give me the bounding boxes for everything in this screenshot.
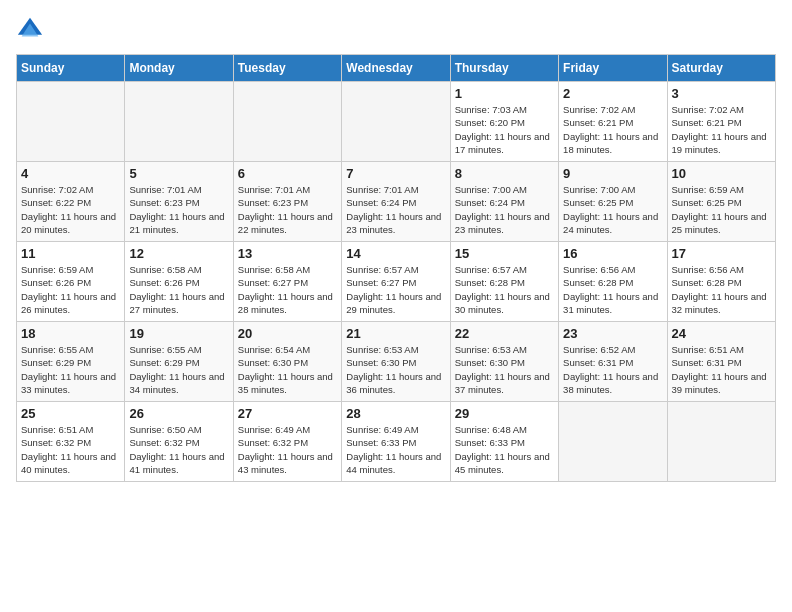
- day-info: Sunrise: 6:49 AM Sunset: 6:33 PM Dayligh…: [346, 423, 445, 476]
- calendar-cell: 10Sunrise: 6:59 AM Sunset: 6:25 PM Dayli…: [667, 162, 775, 242]
- calendar-cell: 16Sunrise: 6:56 AM Sunset: 6:28 PM Dayli…: [559, 242, 667, 322]
- day-number: 28: [346, 406, 445, 421]
- calendar-cell: 17Sunrise: 6:56 AM Sunset: 6:28 PM Dayli…: [667, 242, 775, 322]
- day-number: 24: [672, 326, 771, 341]
- day-info: Sunrise: 6:56 AM Sunset: 6:28 PM Dayligh…: [563, 263, 662, 316]
- day-info: Sunrise: 6:58 AM Sunset: 6:26 PM Dayligh…: [129, 263, 228, 316]
- calendar-cell: 9Sunrise: 7:00 AM Sunset: 6:25 PM Daylig…: [559, 162, 667, 242]
- day-info: Sunrise: 6:56 AM Sunset: 6:28 PM Dayligh…: [672, 263, 771, 316]
- calendar-cell: 3Sunrise: 7:02 AM Sunset: 6:21 PM Daylig…: [667, 82, 775, 162]
- weekday-header: Thursday: [450, 55, 558, 82]
- weekday-header: Friday: [559, 55, 667, 82]
- calendar-cell: 28Sunrise: 6:49 AM Sunset: 6:33 PM Dayli…: [342, 402, 450, 482]
- calendar-cell: 2Sunrise: 7:02 AM Sunset: 6:21 PM Daylig…: [559, 82, 667, 162]
- day-info: Sunrise: 6:57 AM Sunset: 6:27 PM Dayligh…: [346, 263, 445, 316]
- calendar-cell: 19Sunrise: 6:55 AM Sunset: 6:29 PM Dayli…: [125, 322, 233, 402]
- calendar-cell: 29Sunrise: 6:48 AM Sunset: 6:33 PM Dayli…: [450, 402, 558, 482]
- day-info: Sunrise: 7:02 AM Sunset: 6:21 PM Dayligh…: [672, 103, 771, 156]
- day-number: 17: [672, 246, 771, 261]
- day-number: 10: [672, 166, 771, 181]
- day-info: Sunrise: 6:51 AM Sunset: 6:32 PM Dayligh…: [21, 423, 120, 476]
- day-number: 18: [21, 326, 120, 341]
- day-info: Sunrise: 7:00 AM Sunset: 6:24 PM Dayligh…: [455, 183, 554, 236]
- calendar-cell: 22Sunrise: 6:53 AM Sunset: 6:30 PM Dayli…: [450, 322, 558, 402]
- calendar-cell: 21Sunrise: 6:53 AM Sunset: 6:30 PM Dayli…: [342, 322, 450, 402]
- day-number: 29: [455, 406, 554, 421]
- calendar-cell: 13Sunrise: 6:58 AM Sunset: 6:27 PM Dayli…: [233, 242, 341, 322]
- day-number: 20: [238, 326, 337, 341]
- calendar-cell: 12Sunrise: 6:58 AM Sunset: 6:26 PM Dayli…: [125, 242, 233, 322]
- weekday-header: Saturday: [667, 55, 775, 82]
- day-info: Sunrise: 6:50 AM Sunset: 6:32 PM Dayligh…: [129, 423, 228, 476]
- day-number: 5: [129, 166, 228, 181]
- calendar-cell: 4Sunrise: 7:02 AM Sunset: 6:22 PM Daylig…: [17, 162, 125, 242]
- day-info: Sunrise: 7:01 AM Sunset: 6:23 PM Dayligh…: [238, 183, 337, 236]
- calendar-cell: [342, 82, 450, 162]
- weekday-header: Tuesday: [233, 55, 341, 82]
- day-number: 16: [563, 246, 662, 261]
- calendar-week-row: 11Sunrise: 6:59 AM Sunset: 6:26 PM Dayli…: [17, 242, 776, 322]
- day-number: 8: [455, 166, 554, 181]
- calendar-cell: [667, 402, 775, 482]
- calendar-cell: 25Sunrise: 6:51 AM Sunset: 6:32 PM Dayli…: [17, 402, 125, 482]
- day-number: 4: [21, 166, 120, 181]
- day-info: Sunrise: 6:54 AM Sunset: 6:30 PM Dayligh…: [238, 343, 337, 396]
- day-number: 19: [129, 326, 228, 341]
- calendar-cell: 8Sunrise: 7:00 AM Sunset: 6:24 PM Daylig…: [450, 162, 558, 242]
- calendar-cell: 11Sunrise: 6:59 AM Sunset: 6:26 PM Dayli…: [17, 242, 125, 322]
- day-info: Sunrise: 6:48 AM Sunset: 6:33 PM Dayligh…: [455, 423, 554, 476]
- day-info: Sunrise: 7:02 AM Sunset: 6:21 PM Dayligh…: [563, 103, 662, 156]
- calendar-cell: [233, 82, 341, 162]
- day-number: 14: [346, 246, 445, 261]
- header-row: SundayMondayTuesdayWednesdayThursdayFrid…: [17, 55, 776, 82]
- calendar-cell: 26Sunrise: 6:50 AM Sunset: 6:32 PM Dayli…: [125, 402, 233, 482]
- day-info: Sunrise: 6:59 AM Sunset: 6:26 PM Dayligh…: [21, 263, 120, 316]
- day-number: 27: [238, 406, 337, 421]
- calendar-week-row: 18Sunrise: 6:55 AM Sunset: 6:29 PM Dayli…: [17, 322, 776, 402]
- calendar-cell: [125, 82, 233, 162]
- day-info: Sunrise: 6:59 AM Sunset: 6:25 PM Dayligh…: [672, 183, 771, 236]
- calendar-cell: [17, 82, 125, 162]
- day-number: 9: [563, 166, 662, 181]
- calendar-cell: 14Sunrise: 6:57 AM Sunset: 6:27 PM Dayli…: [342, 242, 450, 322]
- day-info: Sunrise: 6:51 AM Sunset: 6:31 PM Dayligh…: [672, 343, 771, 396]
- calendar-cell: [559, 402, 667, 482]
- day-number: 13: [238, 246, 337, 261]
- calendar-cell: 7Sunrise: 7:01 AM Sunset: 6:24 PM Daylig…: [342, 162, 450, 242]
- calendar-cell: 18Sunrise: 6:55 AM Sunset: 6:29 PM Dayli…: [17, 322, 125, 402]
- day-info: Sunrise: 7:00 AM Sunset: 6:25 PM Dayligh…: [563, 183, 662, 236]
- day-number: 6: [238, 166, 337, 181]
- logo-icon: [16, 16, 44, 44]
- calendar-cell: 23Sunrise: 6:52 AM Sunset: 6:31 PM Dayli…: [559, 322, 667, 402]
- calendar-cell: 15Sunrise: 6:57 AM Sunset: 6:28 PM Dayli…: [450, 242, 558, 322]
- day-number: 25: [21, 406, 120, 421]
- day-info: Sunrise: 6:58 AM Sunset: 6:27 PM Dayligh…: [238, 263, 337, 316]
- day-info: Sunrise: 7:03 AM Sunset: 6:20 PM Dayligh…: [455, 103, 554, 156]
- day-number: 26: [129, 406, 228, 421]
- day-info: Sunrise: 6:57 AM Sunset: 6:28 PM Dayligh…: [455, 263, 554, 316]
- weekday-header: Wednesday: [342, 55, 450, 82]
- calendar-cell: 20Sunrise: 6:54 AM Sunset: 6:30 PM Dayli…: [233, 322, 341, 402]
- day-number: 7: [346, 166, 445, 181]
- day-info: Sunrise: 6:49 AM Sunset: 6:32 PM Dayligh…: [238, 423, 337, 476]
- day-info: Sunrise: 7:02 AM Sunset: 6:22 PM Dayligh…: [21, 183, 120, 236]
- calendar-cell: 27Sunrise: 6:49 AM Sunset: 6:32 PM Dayli…: [233, 402, 341, 482]
- calendar-cell: 1Sunrise: 7:03 AM Sunset: 6:20 PM Daylig…: [450, 82, 558, 162]
- calendar-table: SundayMondayTuesdayWednesdayThursdayFrid…: [16, 54, 776, 482]
- calendar-cell: 5Sunrise: 7:01 AM Sunset: 6:23 PM Daylig…: [125, 162, 233, 242]
- calendar-cell: 24Sunrise: 6:51 AM Sunset: 6:31 PM Dayli…: [667, 322, 775, 402]
- calendar-cell: 6Sunrise: 7:01 AM Sunset: 6:23 PM Daylig…: [233, 162, 341, 242]
- day-number: 22: [455, 326, 554, 341]
- day-number: 12: [129, 246, 228, 261]
- weekday-header: Monday: [125, 55, 233, 82]
- day-number: 2: [563, 86, 662, 101]
- header: [16, 16, 776, 44]
- day-info: Sunrise: 6:52 AM Sunset: 6:31 PM Dayligh…: [563, 343, 662, 396]
- day-number: 21: [346, 326, 445, 341]
- day-number: 1: [455, 86, 554, 101]
- day-info: Sunrise: 7:01 AM Sunset: 6:24 PM Dayligh…: [346, 183, 445, 236]
- day-info: Sunrise: 7:01 AM Sunset: 6:23 PM Dayligh…: [129, 183, 228, 236]
- day-info: Sunrise: 6:53 AM Sunset: 6:30 PM Dayligh…: [346, 343, 445, 396]
- day-number: 11: [21, 246, 120, 261]
- day-info: Sunrise: 6:55 AM Sunset: 6:29 PM Dayligh…: [21, 343, 120, 396]
